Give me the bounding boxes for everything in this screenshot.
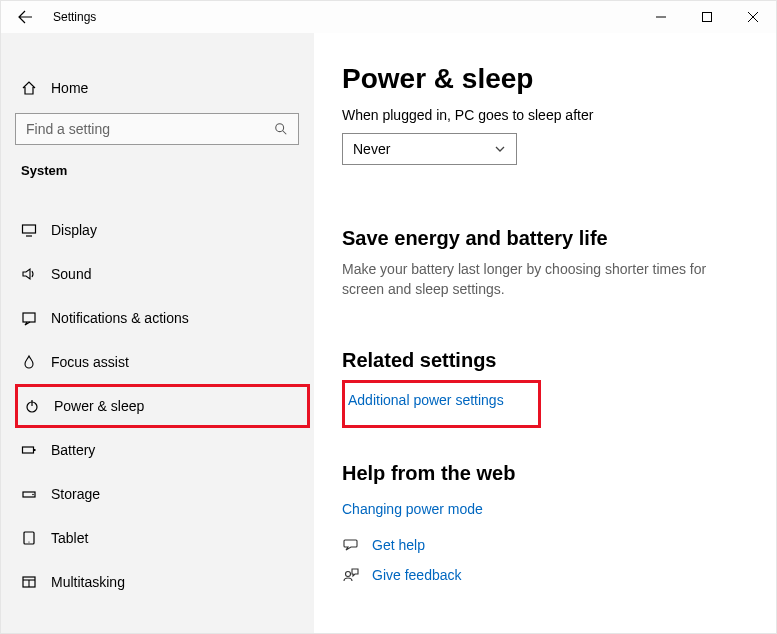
sidebar-item-label: Notifications & actions: [51, 310, 189, 326]
svg-rect-10: [34, 449, 36, 451]
sidebar-item-label: Focus assist: [51, 354, 129, 370]
sidebar-item-multitasking[interactable]: Multitasking: [15, 560, 310, 604]
chevron-down-icon: [494, 143, 506, 155]
sidebar-item-battery[interactable]: Battery: [15, 428, 310, 472]
close-button[interactable]: [730, 1, 776, 33]
minimize-button[interactable]: [638, 1, 684, 33]
additional-power-settings-highlight: Additional power settings: [342, 380, 541, 428]
sidebar-item-storage[interactable]: Storage: [15, 472, 310, 516]
multitasking-icon: [21, 574, 51, 590]
svg-rect-1: [703, 13, 712, 22]
maximize-button[interactable]: [684, 1, 730, 33]
home-icon: [21, 80, 51, 96]
search-input[interactable]: [26, 121, 256, 137]
sidebar-item-sound[interactable]: Sound: [15, 252, 310, 296]
storage-icon: [21, 486, 51, 502]
back-button[interactable]: [7, 1, 43, 33]
window-title: Settings: [53, 10, 96, 24]
notifications-icon: [21, 310, 51, 326]
get-help-icon: [342, 536, 372, 554]
sidebar-item-display[interactable]: Display: [15, 208, 310, 252]
svg-rect-9: [23, 447, 34, 453]
sidebar-item-label: Storage: [51, 486, 100, 502]
home-label: Home: [51, 80, 88, 96]
svg-point-2: [276, 124, 284, 132]
battery-icon: [21, 442, 51, 458]
additional-power-settings-link[interactable]: Additional power settings: [348, 392, 504, 408]
tablet-icon: [21, 530, 51, 546]
svg-point-12: [32, 494, 34, 496]
svg-line-3: [283, 131, 287, 135]
give-feedback-row[interactable]: Give feedback: [342, 566, 748, 584]
sidebar-item-power-sleep[interactable]: Power & sleep: [15, 384, 310, 428]
close-icon: [748, 12, 758, 22]
category-label: System: [21, 163, 310, 178]
sidebar-item-label: Sound: [51, 266, 91, 282]
sidebar-item-notifications[interactable]: Notifications & actions: [15, 296, 310, 340]
energy-heading: Save energy and battery life: [342, 227, 748, 250]
get-help-row[interactable]: Get help: [342, 536, 748, 554]
sidebar: Home System Display Sound: [1, 33, 314, 633]
plugged-in-label: When plugged in, PC goes to sleep after: [342, 107, 748, 123]
svg-point-18: [346, 572, 351, 577]
main-panel: Power & sleep When plugged in, PC goes t…: [314, 33, 776, 633]
home-nav[interactable]: Home: [15, 67, 310, 109]
power-icon: [24, 398, 54, 414]
search-icon: [274, 122, 288, 136]
sidebar-item-label: Tablet: [51, 530, 88, 546]
give-feedback-link[interactable]: Give feedback: [372, 567, 462, 583]
help-heading: Help from the web: [342, 462, 748, 485]
display-icon: [21, 222, 51, 238]
page-title: Power & sleep: [342, 63, 748, 95]
sound-icon: [21, 266, 51, 282]
sidebar-item-focus-assist[interactable]: Focus assist: [15, 340, 310, 384]
sleep-timeout-select[interactable]: Never: [342, 133, 517, 165]
svg-rect-4: [23, 225, 36, 233]
minimize-icon: [656, 12, 666, 22]
maximize-icon: [702, 12, 712, 22]
arrow-left-icon: [17, 9, 33, 25]
svg-point-14: [28, 541, 29, 542]
energy-text: Make your battery last longer by choosin…: [342, 260, 712, 299]
changing-power-mode-link[interactable]: Changing power mode: [342, 501, 483, 517]
sidebar-item-tablet[interactable]: Tablet: [15, 516, 310, 560]
sidebar-item-label: Display: [51, 222, 97, 238]
get-help-link[interactable]: Get help: [372, 537, 425, 553]
sidebar-item-label: Power & sleep: [54, 398, 144, 414]
sidebar-item-label: Battery: [51, 442, 95, 458]
sidebar-item-label: Multitasking: [51, 574, 125, 590]
titlebar: Settings: [1, 1, 776, 33]
select-value: Never: [353, 141, 390, 157]
feedback-icon: [342, 566, 372, 584]
related-heading: Related settings: [342, 349, 748, 372]
svg-rect-6: [23, 313, 35, 322]
search-input-container[interactable]: [15, 113, 299, 145]
focus-assist-icon: [21, 354, 51, 370]
